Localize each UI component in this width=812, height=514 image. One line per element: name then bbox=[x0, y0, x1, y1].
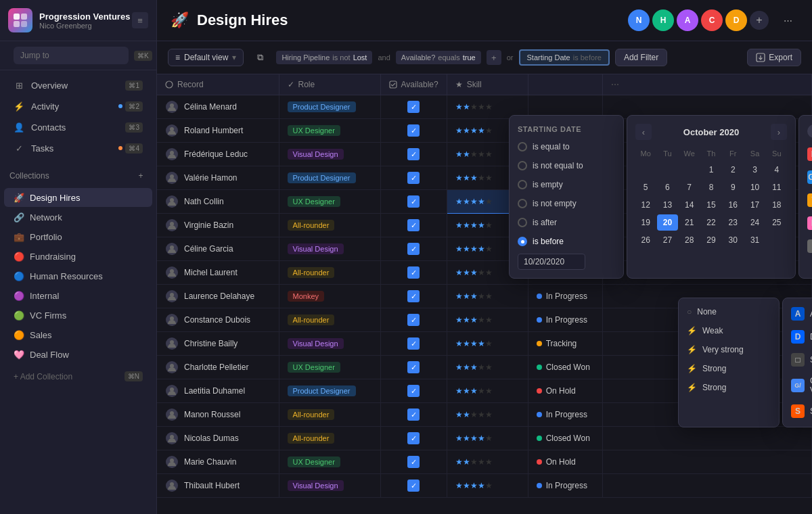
active-filter-starting-date[interactable]: Starting Date is before bbox=[519, 49, 610, 66]
cal-day[interactable]: 25 bbox=[767, 214, 787, 231]
sidebar-item-overview[interactable]: ⊞ Overview ⌘1 bbox=[4, 75, 152, 95]
cal-day[interactable]: 2 bbox=[723, 162, 743, 178]
cell-record-10[interactable]: Christine Bailly bbox=[157, 332, 279, 356]
cell-status-12[interactable]: On Hold bbox=[528, 379, 602, 403]
cal-day[interactable]: 27 bbox=[657, 232, 677, 248]
currently-option[interactable]: ● Currently bbox=[799, 120, 812, 143]
cal-day[interactable]: 28 bbox=[679, 232, 700, 248]
more-options-button[interactable]: ⋯ bbox=[777, 9, 798, 31]
filter-option-not-equal[interactable]: is not equal to bbox=[510, 156, 623, 175]
cell-status-9[interactable]: In Progress bbox=[528, 308, 602, 332]
cell-record-16[interactable]: Thibault Hubert bbox=[157, 474, 279, 498]
cell-record-13[interactable]: Manon Roussel bbox=[157, 403, 279, 427]
sidebar-item-network[interactable]: 🔗 Network bbox=[4, 208, 152, 227]
cal-day[interactable]: 17 bbox=[744, 197, 765, 213]
cell-status-16[interactable]: In Progress bbox=[528, 474, 602, 498]
cal-day[interactable]: 20 bbox=[657, 214, 677, 231]
cell-role-11[interactable]: UX Designer bbox=[279, 356, 380, 379]
cell-available-9[interactable]: ✓ bbox=[380, 308, 447, 332]
cell-status-13[interactable]: In Progress bbox=[528, 403, 602, 427]
company-bain-capital[interactable]: B Bain Capital bbox=[799, 143, 812, 166]
avatar-c[interactable]: C bbox=[701, 9, 723, 31]
cal-day[interactable]: 15 bbox=[701, 197, 721, 213]
cal-day[interactable]: 31 bbox=[744, 232, 765, 248]
cell-available-8[interactable]: ✓ bbox=[380, 285, 447, 308]
add-filter-inline-button[interactable]: + bbox=[487, 50, 501, 65]
cell-record-9[interactable]: Constance Dubois bbox=[157, 308, 279, 332]
company-y-combinator[interactable]: Y Y Combinator bbox=[799, 189, 812, 212]
cell-role-5[interactable]: All-rounder bbox=[279, 214, 380, 237]
avatar-d[interactable]: D bbox=[725, 9, 747, 31]
skill-none[interactable]: ○ None bbox=[679, 302, 779, 321]
cal-day[interactable]: 9 bbox=[723, 179, 743, 195]
cell-available-6[interactable]: ✓ bbox=[380, 237, 447, 261]
cell-available-13[interactable]: ✓ bbox=[380, 403, 447, 427]
company-dropbox[interactable]: D Dropbox bbox=[783, 325, 812, 348]
cell-role-0[interactable]: Product Designer bbox=[279, 95, 380, 119]
cell-role-8[interactable]: Monkey bbox=[279, 285, 380, 308]
cell-record-0[interactable]: Célina Menard bbox=[157, 95, 279, 119]
cal-day[interactable]: 10 bbox=[744, 179, 765, 195]
cell-record-2[interactable]: Frédérique Leduc bbox=[157, 143, 279, 166]
skill-weak[interactable]: ⚡ Weak bbox=[679, 321, 779, 340]
cell-role-3[interactable]: Product Designer bbox=[279, 166, 380, 190]
cell-available-0[interactable]: ✓ bbox=[380, 95, 447, 119]
sidebar-item-design-hires[interactable]: 🚀 Design Hires bbox=[4, 188, 152, 207]
cell-available-16[interactable]: ✓ bbox=[380, 474, 447, 498]
cell-role-16[interactable]: Visual Design bbox=[279, 474, 380, 498]
export-button[interactable]: Export bbox=[747, 49, 801, 66]
page-title[interactable]: Design Hires bbox=[197, 11, 620, 29]
cell-skill-16[interactable]: ★★★★★ bbox=[447, 474, 528, 498]
cell-available-14[interactable]: ✓ bbox=[380, 427, 447, 450]
filter-option-equal[interactable]: is equal to bbox=[510, 137, 623, 156]
company-square[interactable]: □ Square bbox=[783, 348, 812, 371]
cell-role-7[interactable]: All-rounder bbox=[279, 261, 380, 285]
cell-record-6[interactable]: Céline Garcia bbox=[157, 237, 279, 261]
cal-day[interactable]: 30 bbox=[723, 232, 743, 248]
filter-option-not-empty[interactable]: is not empty bbox=[510, 194, 623, 213]
cell-record-15[interactable]: Marie Chauvin bbox=[157, 450, 279, 474]
avatar-a[interactable]: A bbox=[677, 9, 698, 31]
cell-record-12[interactable]: Laetitia Duhamel bbox=[157, 379, 279, 403]
cell-record-11[interactable]: Charlotte Pelletier bbox=[157, 356, 279, 379]
cell-role-2[interactable]: Visual Design bbox=[279, 143, 380, 166]
cell-status-8[interactable]: In Progress bbox=[528, 285, 602, 308]
company-atlassian[interactable]: A Atlassian bbox=[783, 302, 812, 325]
cal-day[interactable]: 1 bbox=[701, 162, 721, 178]
cal-day[interactable]: 21 bbox=[679, 214, 700, 231]
cell-skill-12[interactable]: ★★★★★ bbox=[447, 379, 528, 403]
sidebar-item-deal-flow[interactable]: 🩷 Deal Flow bbox=[4, 345, 152, 364]
add-filter-button[interactable]: Add Filter bbox=[615, 49, 667, 66]
cell-status-11[interactable]: Closed Won bbox=[528, 356, 602, 379]
cell-record-4[interactable]: Nath Collin bbox=[157, 190, 279, 214]
cell-record-8[interactable]: Laurence Delahaye bbox=[157, 285, 279, 308]
cal-day[interactable]: 12 bbox=[635, 197, 656, 213]
cal-day[interactable]: 11 bbox=[767, 179, 787, 195]
cell-available-4[interactable]: ✓ bbox=[380, 190, 447, 214]
cal-day[interactable]: 16 bbox=[723, 197, 743, 213]
cell-available-12[interactable]: ✓ bbox=[380, 379, 447, 403]
cal-day[interactable]: 8 bbox=[701, 179, 721, 195]
search-bar[interactable]: ⌘K bbox=[0, 41, 156, 70]
cell-record-1[interactable]: Roland Humbert bbox=[157, 119, 279, 143]
avatar-h[interactable]: H bbox=[652, 9, 674, 31]
skill-strong[interactable]: ⚡ Strong bbox=[679, 359, 779, 378]
cell-record-14[interactable]: Nicolas Dumas bbox=[157, 427, 279, 450]
search-input[interactable] bbox=[14, 47, 129, 64]
cell-skill-11[interactable]: ★★★★★ bbox=[447, 356, 528, 379]
cal-day[interactable]: 6 bbox=[657, 179, 677, 195]
cell-available-3[interactable]: ✓ bbox=[380, 166, 447, 190]
cell-skill-8[interactable]: ★★★★★ bbox=[447, 285, 528, 308]
sidebar-item-internal[interactable]: 🟣 Internal bbox=[4, 286, 152, 305]
cal-day[interactable]: 4 bbox=[767, 162, 787, 178]
add-member-button[interactable]: + bbox=[750, 11, 769, 30]
collapse-sidebar-button[interactable]: ≡ bbox=[132, 12, 148, 28]
cell-record-7[interactable]: Michel Laurent bbox=[157, 261, 279, 285]
cell-role-6[interactable]: Visual Design bbox=[279, 237, 380, 261]
company-soundcloud[interactable]: S Soundcloud bbox=[783, 400, 812, 423]
cell-skill-14[interactable]: ★★★★★ bbox=[447, 427, 528, 450]
sidebar-item-human-resources[interactable]: 🔵 Human Resources bbox=[4, 266, 152, 285]
cal-day[interactable]: 24 bbox=[744, 214, 765, 231]
company-general-electric[interactable]: GE General Electric bbox=[799, 166, 812, 189]
calendar-next-button[interactable]: › bbox=[771, 124, 787, 140]
